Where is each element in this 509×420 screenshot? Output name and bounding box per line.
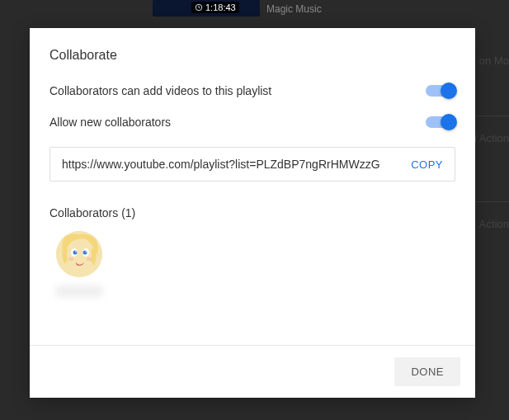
dialog-body: Collaborate Collaborators can add videos… [30, 28, 475, 345]
collaborator-item[interactable] [49, 231, 109, 297]
toggle-add-videos[interactable] [426, 85, 455, 97]
bg-divider [476, 116, 509, 116]
setting-row-add-videos: Collaborators can add videos to this pla… [49, 84, 455, 97]
dialog-footer: DONE [30, 345, 475, 398]
bg-partial-text-2: i Action [474, 129, 509, 148]
collaborator-name-blurred [56, 286, 102, 297]
copy-button[interactable]: COPY [401, 158, 443, 171]
collaborate-dialog: Collaborate Collaborators can add videos… [30, 28, 475, 398]
clock-icon [195, 3, 203, 12]
setting-label-allow-new: Allow new collaborators [49, 116, 171, 129]
share-link-box: https://www.youtube.com/playlist?list=PL… [49, 147, 455, 182]
dialog-title: Collaborate [49, 48, 455, 63]
setting-label-add-videos: Collaborators can add videos to this pla… [49, 84, 271, 97]
svg-point-6 [75, 251, 77, 252]
toggle-knob [441, 114, 457, 130]
avatar [56, 231, 102, 277]
done-button[interactable]: DONE [394, 357, 460, 386]
toggle-allow-new[interactable] [426, 116, 455, 128]
channel-name: Magic Music [266, 3, 322, 15]
bg-divider [476, 201, 509, 202]
svg-point-4 [73, 251, 78, 255]
collaborators-heading: Collaborators (1) [49, 206, 455, 219]
svg-point-5 [83, 251, 87, 255]
toggle-knob [441, 83, 457, 99]
svg-point-8 [68, 257, 73, 261]
video-duration-badge: 1:18:43 [191, 2, 239, 13]
duration-text: 1:18:43 [205, 2, 236, 12]
share-url-text[interactable]: https://www.youtube.com/playlist?list=PL… [62, 158, 401, 171]
svg-point-9 [87, 257, 92, 261]
bg-partial-text-1: on Mo [479, 51, 509, 70]
svg-point-7 [85, 251, 87, 252]
setting-row-allow-new: Allow new collaborators [49, 116, 455, 129]
avatar-icon [56, 231, 102, 277]
bg-partial-text-3: Action [479, 215, 509, 234]
